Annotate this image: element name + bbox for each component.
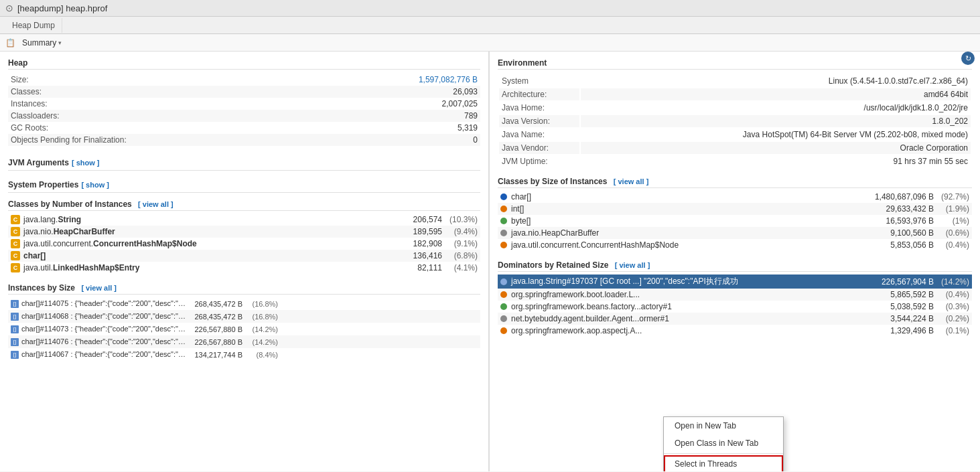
instance-icon: []	[11, 338, 19, 346]
dominator-row[interactable]: java.lang.String#197037 [GC root ...] "2…	[498, 274, 972, 289]
class-size-row[interactable]: byte[] 16,593,976 B (1%)	[498, 215, 972, 227]
heap-row: Size:1,597,082,776 B	[8, 74, 480, 86]
context-menu-items: Open in New TabOpen Class in New TabSele…	[664, 417, 783, 471]
classes-by-size-header: Classes by Size of Instances [ view all …	[498, 177, 972, 188]
class-dot-icon	[500, 193, 507, 200]
classes-by-count-section: Classes by Number of Instances [ view al…	[8, 200, 480, 274]
env-row: JVM Uptime:91 hrs 37 min 55 sec	[499, 155, 971, 167]
dominator-dot-icon	[500, 315, 507, 322]
class-size-row[interactable]: java.nio.HeapCharBuffer 9,100,560 B (0.6…	[498, 227, 972, 239]
class-icon: C	[11, 251, 20, 260]
environment-header: Environment	[498, 58, 972, 70]
left-panel: Heap Size:1,597,082,776 BClasses:26,093I…	[0, 52, 489, 471]
classes-by-count-list: C java.lang.String 206,574 (10.3%) C jav…	[8, 214, 480, 274]
environment-section: Environment SystemLinux (5.4.54-1.0.0.st…	[498, 58, 972, 169]
heap-info-table: Size:1,597,082,776 BClasses:26,093Instan…	[8, 74, 480, 146]
system-properties-header[interactable]: System Properties [ show ]	[8, 177, 480, 193]
classes-size-view-all[interactable]: [ view all ]	[614, 177, 649, 185]
app-icon: ⊙	[5, 3, 13, 13]
title-bar: ⊙ [heapdump] heap.hprof	[0, 0, 980, 17]
dominators-header: Dominators by Retained Size [ view all ]	[498, 260, 972, 272]
toolbar: 📋 Summary ▾	[0, 34, 980, 52]
environment-table: SystemLinux (5.4.54-1.0.0.std7c.el7.2.x8…	[498, 74, 972, 169]
heap-dump-tab[interactable]: Heap Dump	[5, 18, 62, 33]
dominator-row[interactable]: org.springframework.beans.factory...acto…	[498, 301, 972, 313]
dominator-dot-icon	[500, 303, 507, 310]
dominator-row[interactable]: org.springframework.aop.aspectj.A... 1,3…	[498, 325, 972, 337]
context-menu-item-2[interactable]: Select in Threads	[664, 455, 783, 471]
class-dot-icon	[500, 242, 507, 248]
dominator-dot-icon	[500, 327, 507, 334]
class-dot-icon	[500, 206, 507, 212]
class-icon: C	[11, 263, 20, 272]
right-panel: Environment SystemLinux (5.4.54-1.0.0.st…	[490, 52, 980, 471]
heap-row: Classes:26,093	[8, 86, 480, 98]
class-size-row[interactable]: java.util.concurrent.ConcurrentHashMap$N…	[498, 239, 972, 251]
dominator-row[interactable]: net.bytebuddy.agent.builder.Agent...orme…	[498, 313, 972, 325]
env-row: Java Name:Java HotSpot(TM) 64-Bit Server…	[499, 129, 971, 141]
instances-size-view-all[interactable]: [ view all ]	[81, 284, 117, 292]
sys-show-link[interactable]: [ show ]	[81, 181, 109, 189]
jvm-show-link[interactable]: [ show ]	[72, 159, 100, 167]
instance-row[interactable]: [] char[]#114076 : {"header":{"code":"20…	[8, 335, 480, 348]
context-menu: Open in New TabOpen Class in New TabSele…	[663, 416, 784, 471]
instances-by-size-list: [] char[]#114075 : {"header":{"code":"20…	[8, 297, 480, 361]
system-properties-section: System Properties [ show ]	[8, 177, 480, 193]
instance-row[interactable]: [] char[]#114067 : {"header":{"code":"20…	[8, 348, 480, 361]
env-row: Java Vendor:Oracle Corporation	[499, 142, 971, 154]
heap-header: Heap	[8, 58, 480, 70]
class-dot-icon	[500, 218, 507, 224]
context-menu-divider	[664, 453, 783, 454]
instance-icon: []	[11, 351, 19, 359]
class-count-row[interactable]: C java.lang.String 206,574 (10.3%)	[8, 214, 480, 226]
heap-row: GC Roots:5,319	[8, 122, 480, 134]
env-row: Java Version:1.8.0_202	[499, 115, 971, 127]
summary-icon: 📋	[5, 38, 15, 48]
instance-row[interactable]: [] char[]#114073 : {"header":{"code":"20…	[8, 323, 480, 335]
classes-count-view-all[interactable]: [ view all ]	[138, 200, 173, 208]
class-icon: C	[11, 215, 20, 224]
window-title: [heapdump] heap.hprof	[17, 3, 107, 13]
jvm-arguments-header[interactable]: JVM Arguments [ show ]	[8, 155, 480, 171]
env-row: SystemLinux (5.4.54-1.0.0.std7c.el7.2.x8…	[499, 75, 971, 87]
heap-row: Instances:2,007,025	[8, 98, 480, 110]
instances-by-size-section: Instances by Size [ view all ] [] char[]…	[8, 283, 480, 361]
tab-bar: Heap Dump	[0, 17, 980, 34]
dominator-dot-icon	[500, 291, 507, 298]
context-menu-item-0[interactable]: Open in New Tab	[664, 417, 783, 435]
instance-row[interactable]: [] char[]#114075 : {"header":{"code":"20…	[8, 297, 480, 310]
instance-row[interactable]: [] char[]#114068 : {"header":{"code":"20…	[8, 310, 480, 323]
dominator-row[interactable]: org.springframework.boot.loader.L... 5,8…	[498, 289, 972, 301]
class-icon: C	[11, 239, 20, 248]
env-row: Java Home:/usr/local/jdk/jdk1.8.0_202/jr…	[499, 102, 971, 114]
instance-icon: []	[11, 325, 19, 333]
dropdown-arrow-icon: ▾	[58, 40, 62, 46]
main-content: Heap Size:1,597,082,776 BClasses:26,093I…	[0, 52, 980, 471]
summary-button[interactable]: Summary ▾	[18, 37, 66, 49]
heap-row: Objects Pending for Finalization:0	[8, 134, 480, 146]
class-count-row[interactable]: C java.nio.HeapCharBuffer 189,595 (9.4%)	[8, 226, 480, 238]
heap-row: Classloaders:789	[8, 110, 480, 122]
heap-section: Heap Size:1,597,082,776 BClasses:26,093I…	[8, 58, 480, 146]
class-size-row[interactable]: int[] 29,633,432 B (1.9%)	[498, 203, 972, 215]
class-count-row[interactable]: C java.util.concurrent.ConcurrentHashMap…	[8, 238, 480, 250]
instances-by-size-header: Instances by Size [ view all ]	[8, 283, 480, 295]
class-size-row[interactable]: char[] 1,480,687,096 B (92.7%)	[498, 191, 972, 203]
classes-by-size-list: char[] 1,480,687,096 B (92.7%) int[] 29,…	[498, 191, 972, 251]
class-dot-icon	[500, 230, 507, 236]
class-count-row[interactable]: C char[] 136,416 (6.8%)	[8, 250, 480, 262]
class-icon: C	[11, 227, 20, 236]
class-count-row[interactable]: C java.util.LinkedHashMap$Entry 82,111 (…	[8, 262, 480, 274]
env-row: Architecture:amd64 64bit	[499, 88, 971, 100]
classes-by-count-header: Classes by Number of Instances [ view al…	[8, 200, 480, 211]
jvm-arguments-section: JVM Arguments [ show ]	[8, 155, 480, 171]
dominator-dot-icon	[500, 279, 507, 285]
dominators-view-all[interactable]: [ view all ]	[615, 261, 650, 269]
dominators-section: Dominators by Retained Size [ view all ]…	[498, 260, 972, 337]
context-menu-item-1[interactable]: Open Class in New Tab	[664, 435, 783, 452]
instance-icon: []	[11, 313, 19, 321]
refresh-icon[interactable]: ↻	[961, 52, 975, 65]
instance-icon: []	[11, 300, 19, 308]
classes-by-size-section: Classes by Size of Instances [ view all …	[498, 177, 972, 251]
dominators-list: java.lang.String#197037 [GC root ...] "2…	[498, 274, 972, 337]
